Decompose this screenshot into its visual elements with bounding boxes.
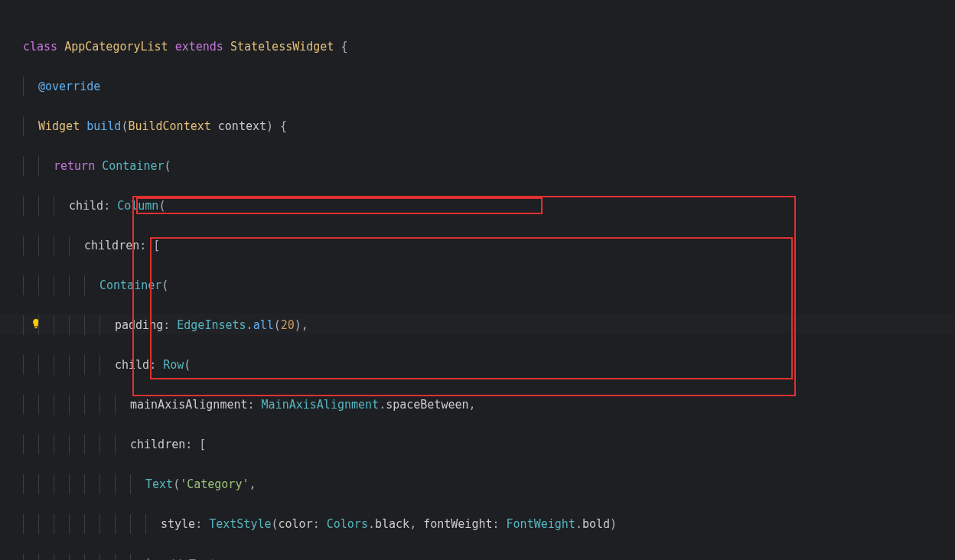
- value: bold: [582, 517, 610, 531]
- method-name: build: [86, 119, 121, 133]
- value: spaceBetween: [386, 398, 468, 412]
- param: context: [218, 119, 266, 133]
- value: black: [375, 517, 409, 531]
- class-name: FontWeight: [507, 517, 575, 531]
- method: all: [253, 318, 274, 332]
- property: style: [161, 517, 195, 531]
- property: mainAxisAlignment: [130, 398, 248, 412]
- code-editor[interactable]: class AppCategoryList extends StatelessW…: [23, 17, 679, 560]
- class-name: Column: [117, 199, 158, 213]
- class-name: Row: [163, 358, 184, 372]
- class-name: AppCategoryList: [64, 40, 168, 54]
- property: child: [115, 358, 149, 372]
- keyword: class: [23, 40, 57, 54]
- class-name: MainAxisAlignment: [262, 398, 380, 412]
- class-name: Container: [102, 159, 164, 173]
- keyword: extends: [175, 40, 223, 54]
- class-name: TextStyle: [209, 517, 271, 531]
- property: children: [130, 438, 185, 451]
- property: children: [84, 239, 139, 252]
- class-name: StatelessWidget: [230, 40, 334, 54]
- class-name: Text: [145, 477, 173, 491]
- property: color: [279, 517, 313, 531]
- keyword: return: [54, 159, 95, 173]
- comment: // Text: [166, 557, 214, 560]
- type: BuildContext: [128, 119, 210, 133]
- type: Widget: [38, 119, 80, 133]
- class-name: Container: [99, 278, 161, 292]
- string: 'Category': [180, 477, 249, 491]
- class-name: EdgeInsets: [177, 318, 246, 332]
- property: fontWeight: [423, 517, 492, 531]
- property: padding: [115, 318, 163, 332]
- number: 20: [281, 318, 295, 332]
- class-name: Colors: [327, 517, 368, 531]
- annotation: @override: [38, 80, 100, 93]
- property: child: [69, 199, 103, 213]
